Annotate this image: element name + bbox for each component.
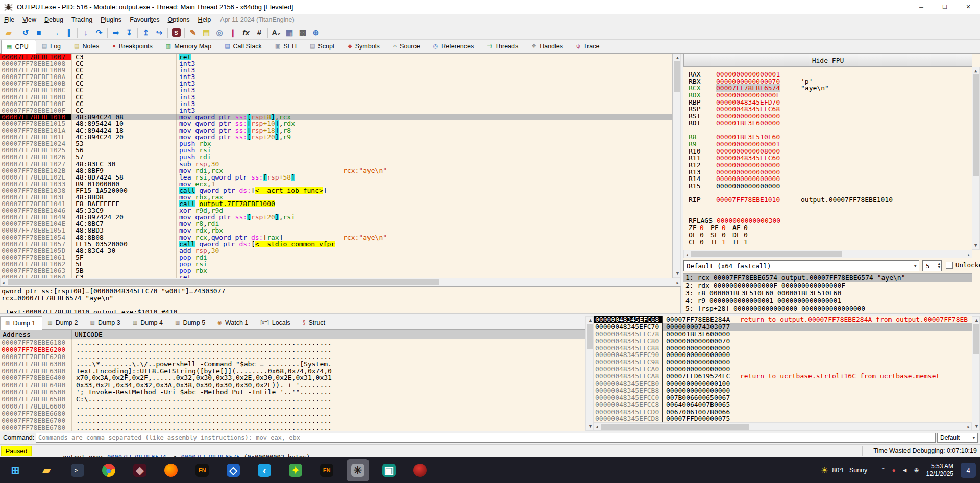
register-row[interactable]: R90000000000000001 <box>683 140 972 147</box>
app-blue[interactable]: ◇ <box>222 459 244 481</box>
stack-row[interactable]: 00000048345EFCC800640064007B0065 <box>594 401 972 409</box>
tab-dump-3[interactable]: ▥Dump 3 <box>85 316 127 329</box>
function-icon[interactable]: fx <box>239 27 253 39</box>
stack-hscrollbar[interactable]: ◂ ▸ <box>594 422 972 431</box>
dump-row[interactable]: 00007FF78EBE6580C:\.....................… <box>0 396 585 403</box>
menu-debug[interactable]: Debug <box>40 15 67 25</box>
disasm-row[interactable]: 00007FF78EBE105D48:83C4 30add rsp,30 <box>0 247 672 254</box>
argument-row[interactable]: 1: rcx 00007FF78EBE6574 output.00007FF78… <box>683 274 972 282</box>
app-dark-red[interactable]: ◆ <box>129 459 151 481</box>
stack-row[interactable]: 00000048345EFC78000001BE3F600000 <box>594 331 972 338</box>
tab-memory-map[interactable]: ▥Memory Map <box>160 39 219 53</box>
tab-trace[interactable]: ψTrace <box>571 39 607 53</box>
disasm-row[interactable]: 00007FF78EBE10615Fpop rdi <box>0 254 672 261</box>
stack-row[interactable]: 00000048345EFCD800007FFD00000075 <box>594 415 972 422</box>
x64dbg-app[interactable]: ✳ <box>347 459 369 481</box>
tab-breakpoints[interactable]: ●Breakpoints <box>107 39 160 53</box>
disasm-row[interactable]: 00007FF78EBE1064C3ret <box>0 274 672 278</box>
dump-row[interactable]: 00007FF78EBE6400x70,0x3A,0x2F,0x2F,.....… <box>0 374 585 382</box>
dump-row[interactable]: 00007FF78EBE6380Text.Encoding]::UTF8.Get… <box>0 368 585 375</box>
run-to-cursor-icon[interactable]: ⇒ <box>109 27 122 39</box>
stack-row[interactable]: 00000048345EFC880000000000000000 <box>594 345 972 352</box>
disasm-row[interactable]: 00007FF78EBE1007C3ret <box>0 54 672 60</box>
disassembly-vscrollbar[interactable]: ▲ ▼ <box>673 54 681 278</box>
open-file-icon[interactable]: ▰ <box>2 27 15 39</box>
register-row[interactable]: R1100000048345EFC60 <box>683 154 972 161</box>
disasm-row[interactable]: 00007FF78EBE102657push rdi <box>0 154 672 160</box>
comment-icon[interactable]: ▤ <box>200 27 213 39</box>
calling-convention-select[interactable]: Default (x64 fastcall) ▼ <box>683 260 919 271</box>
close-button[interactable]: ✕ <box>957 0 980 14</box>
disasm-row[interactable]: 00007FF78EBE102556push rsi <box>0 147 672 154</box>
argument-depth-spinner[interactable]: 5 ▲▼ <box>922 260 942 271</box>
tab-log[interactable]: ▤Log <box>36 39 68 53</box>
preferences-globe-icon[interactable]: ⊕ <box>309 27 323 39</box>
tab-watch-1[interactable]: ◉Watch 1 <box>212 316 255 329</box>
register-row[interactable]: R150000000000000000 <box>683 182 972 189</box>
disasm-row[interactable]: 00007FF78EBE105448:8B08mov rcx,qword ptr… <box>0 234 672 241</box>
disasm-row[interactable]: 00007FF78EBE100FCCint3 <box>0 107 672 114</box>
disasm-row[interactable]: 00007FF78EBE104E4C:8BC7mov r8,rdi <box>0 220 672 227</box>
hash-icon[interactable]: # <box>253 27 266 39</box>
disasm-row[interactable]: 00007FF78EBE102748:83EC 30sub rsp,30 <box>0 161 672 167</box>
tab-notes[interactable]: ▤Notes <box>68 39 107 53</box>
argument-row[interactable]: 5: [rsp+28] 0000000000000000 00000000000… <box>683 304 972 312</box>
dump-row[interactable]: 00007FF78EBE6700........................… <box>0 417 585 424</box>
weather-widget[interactable]: ☀ 80°F Sunny <box>821 465 867 476</box>
calculator-icon[interactable]: ▩ <box>296 27 309 39</box>
taskbar-clock[interactable]: 5:53 AM 12/1/2025 <box>926 463 953 478</box>
tab-references[interactable]: ◎References <box>428 39 482 53</box>
disasm-row[interactable]: 00007FF78EBE1057FF15 03520000call qword … <box>0 241 672 247</box>
stack-row[interactable]: 00000048345EFC6800007FF78EBE284Areturn t… <box>594 316 972 323</box>
hide-fpu-button[interactable]: Hide FPU <box>683 54 972 67</box>
dump-row[interactable]: 00007FF78EBE6500'; Invoke-RestMethod -Ur… <box>0 389 585 396</box>
tab-call-stack[interactable]: ▤Call Stack <box>219 39 270 53</box>
argument-row[interactable]: 4: r9 0000000000000001 0000000000000001 <box>683 297 972 304</box>
stack-row[interactable]: 00000048345EFC700000000074303077 <box>594 323 972 331</box>
argument-row[interactable]: 3: r8 000001BE3F510F60 000001BE3F510F60 <box>683 289 972 297</box>
register-row[interactable]: RSI0000000000000000 <box>683 112 972 119</box>
dump-row[interactable]: 00007FF78EBE6600........................… <box>0 403 585 410</box>
disassembly-hscrollbar[interactable]: ◂ ▸ <box>0 278 681 286</box>
minimize-button[interactable]: ─ <box>910 0 933 14</box>
code-editor[interactable]: ‹ <box>253 459 276 481</box>
stack-row[interactable]: 00000048345EFCD000670061007B0066 <box>594 409 972 416</box>
menu-tracing[interactable]: Tracing <box>67 15 96 25</box>
disasm-row[interactable]: 00007FF78EBE100CCCint3 <box>0 87 672 93</box>
disasm-row[interactable]: 00007FF78EBE105148:8BD3mov rdx,rbx <box>0 227 672 234</box>
register-row[interactable]: RCX00007FF78EBE6574"aye\n" <box>683 84 972 91</box>
register-row[interactable]: RFLAGS0000000000000300 <box>683 217 972 224</box>
tab-handles[interactable]: ❖Handles <box>526 39 571 53</box>
label-icon[interactable]: ◎ <box>213 27 226 39</box>
disasm-row[interactable]: 00007FF78EBE101548:895424 10mov qword pt… <box>0 120 672 127</box>
tab-cpu[interactable]: ▦CPU <box>1 40 36 54</box>
disassembly-view[interactable]: 00007FF78EBE1007C3ret00007FF78EBE1008CCi… <box>0 54 673 278</box>
disasm-row[interactable]: 00007FF78EBE10635Bpop rbx <box>0 267 672 274</box>
disasm-row[interactable]: 00007FF78EBE104948:897424 20mov qword pt… <box>0 214 672 220</box>
disasm-row[interactable]: 00007FF78EBE100ACCint3 <box>0 73 672 80</box>
bookmark-icon[interactable]: ❙ <box>226 27 239 39</box>
flags-row[interactable]: OF0SF0DF0 <box>683 231 972 238</box>
start-button[interactable]: ⊞ <box>4 459 27 481</box>
app-teal[interactable]: ▣ <box>378 459 400 481</box>
fn-app-2[interactable]: FN <box>315 459 338 481</box>
memory-icon[interactable]: ▦ <box>283 27 296 39</box>
disasm-row[interactable]: 00007FF78EBE1041E8 BAFFFFFFcall output.7… <box>0 200 672 207</box>
dump-vscrollbar[interactable]: ▲ ▼ <box>585 316 594 431</box>
stack-view[interactable]: 00000048345EFC6800007FF78EBE284Areturn t… <box>594 316 972 422</box>
run-to-user-code-icon[interactable]: ↪ <box>153 27 166 39</box>
tab-seh[interactable]: ▣SEH <box>270 39 304 53</box>
stop-icon[interactable]: ■ <box>32 27 45 39</box>
menu-plugins[interactable]: Plugins <box>96 15 126 25</box>
stack-row[interactable]: 00000048345EFCC0007B006600650067 <box>594 394 972 401</box>
fn-app[interactable]: FN <box>191 459 213 481</box>
command-mode-dropdown[interactable]: Default ▼ <box>937 433 978 443</box>
tab-dump-1[interactable]: ▥Dump 1 <box>0 316 42 330</box>
register-row[interactable]: R120000000000000000 <box>683 161 972 168</box>
stack-row[interactable]: 00000048345EFCA800007FFD619524FCreturn t… <box>594 373 972 380</box>
stack-row[interactable]: 00000048345EFCA00000000000000000 <box>594 366 972 373</box>
registers-vscrollbar[interactable]: ▲ ▼ <box>972 67 980 250</box>
dump-view[interactable]: Address UNICODE 00007FF78EBE6180........… <box>0 330 585 431</box>
disasm-row[interactable]: 00007FF78EBE10625Epop rsi <box>0 261 672 267</box>
disasm-row[interactable]: 00007FF78EBE100BCCint3 <box>0 80 672 87</box>
